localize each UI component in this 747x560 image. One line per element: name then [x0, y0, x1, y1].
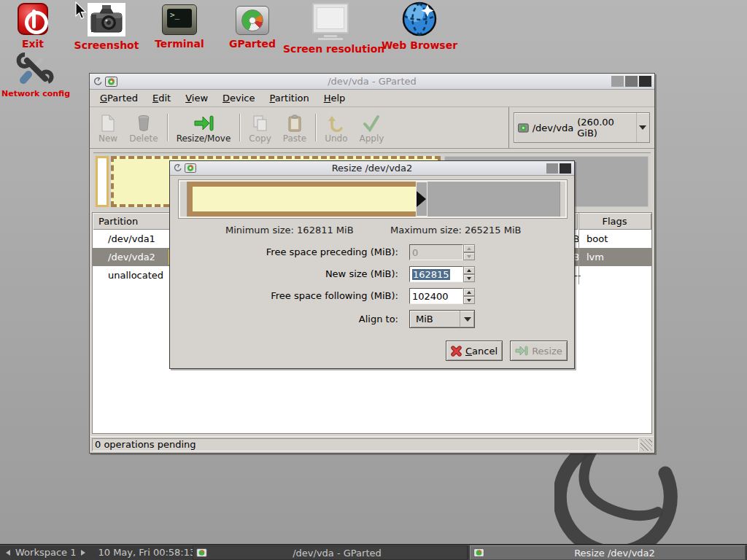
flags-value: lvm: [587, 252, 604, 262]
spin-up-button[interactable]: [463, 266, 475, 274]
apply-button[interactable]: Apply: [354, 109, 390, 146]
column-separator: [578, 213, 579, 284]
toolbar-separator: [239, 114, 240, 141]
gparted-mini-icon: [196, 548, 207, 557]
close-button[interactable]: [639, 76, 651, 87]
taskbar-task-resize-dialog-active[interactable]: Resize /dev/vda2: [470, 545, 746, 560]
free-space-preceding-label: Free space preceding (MiB):: [199, 246, 398, 257]
align-to-dropdown[interactable]: MiB: [409, 310, 475, 328]
device-disk-icon: [518, 122, 529, 133]
vda1-visual-block[interactable]: [96, 156, 109, 207]
globe-icon: [402, 1, 437, 36]
menu-partition[interactable]: Partition: [263, 90, 317, 106]
desktop-icon-exit[interactable]: Exit: [7, 3, 58, 50]
free-space-block: [427, 182, 560, 217]
menu-help[interactable]: Help: [317, 90, 353, 106]
dropdown-arrow[interactable]: [460, 311, 474, 327]
spin-up-button: [463, 244, 475, 252]
desktop-icon-gparted[interactable]: GParted: [216, 6, 289, 50]
dialog-titlebar[interactable]: Resize /dev/vda2: [170, 161, 574, 176]
dialog-title: Resize /dev/vda2: [170, 163, 574, 174]
resize-slider-widget: [179, 180, 567, 218]
tools-icon: [16, 51, 54, 86]
desktop-icon-terminal[interactable]: >_ Terminal: [143, 4, 216, 50]
gparted-mini-icon: [473, 548, 484, 557]
toolbar: New Delete Resize/Move Copy: [90, 107, 654, 149]
new-size-field[interactable]: 162815: [409, 266, 475, 282]
free-space-following-field[interactable]: 102400: [409, 288, 475, 304]
resize-move-icon: [193, 114, 214, 132]
maximize-button[interactable]: [546, 163, 558, 174]
align-to-label: Align to:: [199, 314, 398, 324]
close-button[interactable]: [560, 163, 571, 174]
spin-down-button: [463, 252, 475, 260]
free-space-preceding-field: 0: [409, 244, 475, 260]
swirl-icon: [93, 77, 103, 87]
resize-move-button[interactable]: Resize/Move: [171, 109, 237, 146]
left-resize-handle[interactable]: [180, 182, 187, 217]
spin-down-button[interactable]: [463, 296, 475, 304]
device-path: /dev/vda: [533, 122, 574, 133]
desktop-icon-label: GParted: [216, 38, 289, 50]
undo-icon: [328, 114, 345, 132]
resize-grip[interactable]: [640, 439, 652, 451]
right-resize-handle[interactable]: [416, 182, 427, 217]
statusbar: 0 operations pending: [90, 436, 654, 452]
copy-button[interactable]: Copy: [243, 109, 276, 146]
desktop-icon-label: Terminal: [143, 38, 216, 50]
swirl-icon: [173, 163, 182, 173]
gparted-mini-icon: [185, 163, 196, 173]
align-to-value: MiB: [410, 314, 433, 324]
maximum-size-label: Maximum size: 265215 MiB: [390, 225, 521, 236]
device-size: (260.00 GiB): [577, 117, 632, 139]
menu-device[interactable]: Device: [215, 90, 262, 106]
terminal-icon: >_: [162, 4, 197, 35]
clock: 10 May, Fri 00:58:13: [98, 547, 196, 558]
workspace-next-arrow[interactable]: [81, 550, 85, 556]
desktop-icon-network-config[interactable]: Network config: [1, 51, 69, 98]
device-dropdown-arrow[interactable]: [636, 113, 649, 142]
taskbar: Workspace 1 10 May, Fri 00:58:13 /dev/vd…: [0, 544, 747, 560]
partition-size-block[interactable]: [187, 182, 416, 217]
cancel-button[interactable]: Cancel: [446, 341, 503, 361]
mouse-cursor: [74, 1, 89, 20]
desktop-icon-web-browser[interactable]: Web Browser: [374, 1, 465, 51]
green-arrow-icon: [515, 346, 528, 356]
free-space-following-label: Free space following (MiB):: [199, 290, 398, 301]
resize-dialog: Resize /dev/vda2 Minimum size: 162811 Mi…: [169, 160, 575, 369]
new-button[interactable]: New: [93, 109, 123, 146]
gparted-mini-icon: [105, 77, 117, 87]
maximize-button[interactable]: [625, 76, 638, 87]
column-header-partition[interactable]: Partition: [93, 213, 171, 230]
minimize-button[interactable]: [611, 76, 624, 87]
spinner: [463, 266, 475, 282]
toolbar-separator: [167, 114, 168, 141]
column-header-flags[interactable]: Flags: [578, 213, 651, 230]
spin-down-button[interactable]: [463, 274, 475, 282]
desktop-icon-screen-resolution[interactable]: Screen resolution: [283, 3, 378, 55]
device-selector[interactable]: /dev/vda (260.00 GiB): [514, 112, 650, 143]
undo-button[interactable]: Undo: [319, 109, 353, 146]
menu-edit[interactable]: Edit: [145, 90, 178, 106]
widget-right-edge: [560, 182, 565, 217]
desktop-icon-label: Network config: [1, 89, 69, 98]
taskbar-task-gparted[interactable]: /dev/vda - GParted: [193, 545, 468, 560]
desktop-icon-label: Web Browser: [374, 39, 465, 51]
desktop-icon-label: Screen resolution: [283, 43, 378, 55]
spin-up-button[interactable]: [463, 288, 475, 296]
menubar: GParted Edit View Device Partition Help: [90, 90, 654, 107]
workspace-prev-arrow[interactable]: [6, 550, 10, 556]
resize-button-disabled[interactable]: Resize: [510, 341, 568, 361]
selected-text: 162815: [412, 269, 450, 280]
toolbar-separator: [315, 114, 316, 141]
titlebar[interactable]: /dev/vda - GParted: [90, 74, 654, 90]
menu-gparted[interactable]: GParted: [93, 90, 145, 106]
window-title: /dev/vda - GParted: [90, 76, 654, 87]
delete-button[interactable]: Delete: [123, 109, 163, 146]
checkmark-icon: [363, 114, 380, 132]
drag-arrow-icon: [417, 191, 426, 207]
menu-view[interactable]: View: [178, 90, 215, 106]
paste-button[interactable]: Paste: [277, 109, 312, 146]
copy-icon: [252, 114, 268, 132]
new-size-label: New size (MiB):: [199, 268, 398, 279]
